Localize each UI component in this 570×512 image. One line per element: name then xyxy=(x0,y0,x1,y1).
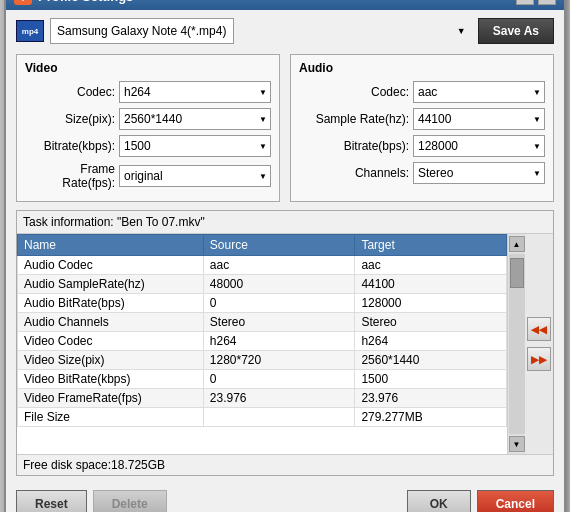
audio-codec-row: Codec: aac xyxy=(299,81,545,103)
profile-icon: mp4 xyxy=(16,20,44,42)
cell-name: Video Codec xyxy=(18,332,204,351)
video-panel-title: Video xyxy=(25,61,271,75)
cell-source: 0 xyxy=(203,370,355,389)
cell-target: h264 xyxy=(355,332,507,351)
video-size-select[interactable]: 2560*1440 xyxy=(119,108,271,130)
window-title: Profile Settings xyxy=(38,0,133,4)
reset-button[interactable]: Reset xyxy=(16,490,87,512)
title-bar: mp4 Profile Settings − ✕ xyxy=(6,0,564,10)
audio-bitrate-label: Bitrate(bps): xyxy=(299,139,409,153)
prev-arrow-button[interactable]: ◀◀ xyxy=(527,317,551,341)
task-section: Task information: "Ben To 07.mkv" Name S… xyxy=(16,210,554,476)
profile-settings-window: mp4 Profile Settings − ✕ mp4 Samsung Gal… xyxy=(4,0,566,512)
audio-samplerate-label: Sample Rate(hz): xyxy=(299,112,409,126)
delete-button[interactable]: Delete xyxy=(93,490,167,512)
audio-samplerate-select[interactable]: 44100 xyxy=(413,108,545,130)
title-bar-left: mp4 Profile Settings xyxy=(14,0,133,5)
col-header-name: Name xyxy=(18,235,204,256)
cell-target: 1500 xyxy=(355,370,507,389)
audio-bitrate-row: Bitrate(bps): 128000 xyxy=(299,135,545,157)
col-header-target: Target xyxy=(355,235,507,256)
panels: Video Codec: h264 Size(pix): 2560*1440 xyxy=(16,54,554,202)
col-header-source: Source xyxy=(203,235,355,256)
video-framerate-label: Frame Rate(fps): xyxy=(25,162,115,190)
cell-target: 128000 xyxy=(355,294,507,313)
task-table-scroll[interactable]: Name Source Target Audio CodecaacaacAudi… xyxy=(17,234,507,454)
content-area: mp4 Samsung Galaxy Note 4(*.mp4) Save As… xyxy=(6,10,564,512)
task-header: Task information: "Ben To 07.mkv" xyxy=(17,211,553,234)
close-button[interactable]: ✕ xyxy=(538,0,556,5)
cell-name: File Size xyxy=(18,408,204,427)
table-row: Video Size(pix)1280*7202560*1440 xyxy=(18,351,507,370)
table-row: Video BitRate(kbps)01500 xyxy=(18,370,507,389)
bottom-right-buttons: OK Cancel xyxy=(407,490,554,512)
ok-button[interactable]: OK xyxy=(407,490,471,512)
video-panel: Video Codec: h264 Size(pix): 2560*1440 xyxy=(16,54,280,202)
video-bitrate-row: Bitrate(kbps): 1500 xyxy=(25,135,271,157)
audio-channels-label: Channels: xyxy=(299,166,409,180)
profile-select[interactable]: Samsung Galaxy Note 4(*.mp4) xyxy=(50,18,234,44)
audio-codec-label: Codec: xyxy=(299,85,409,99)
audio-codec-select[interactable]: aac xyxy=(413,81,545,103)
table-row: Audio Codecaacaac xyxy=(18,256,507,275)
scroll-thumb[interactable] xyxy=(510,258,524,288)
scrollbar[interactable]: ▲ ▼ xyxy=(507,234,525,454)
cell-source: 23.976 xyxy=(203,389,355,408)
table-row: Video Codech264h264 xyxy=(18,332,507,351)
scroll-up-arrow[interactable]: ▲ xyxy=(509,236,525,252)
video-codec-row: Codec: h264 xyxy=(25,81,271,103)
audio-samplerate-row: Sample Rate(hz): 44100 xyxy=(299,108,545,130)
video-size-row: Size(pix): 2560*1440 xyxy=(25,108,271,130)
cell-source: h264 xyxy=(203,332,355,351)
cell-name: Video Size(pix) xyxy=(18,351,204,370)
video-codec-select[interactable]: h264 xyxy=(119,81,271,103)
audio-bitrate-select[interactable]: 128000 xyxy=(413,135,545,157)
video-size-label: Size(pix): xyxy=(25,112,115,126)
bottom-buttons: Reset Delete OK Cancel xyxy=(16,484,554,512)
audio-panel: Audio Codec: aac Sample Rate(hz): 44100 xyxy=(290,54,554,202)
cell-target: 2560*1440 xyxy=(355,351,507,370)
scroll-down-arrow[interactable]: ▼ xyxy=(509,436,525,452)
bottom-left-buttons: Reset Delete xyxy=(16,490,167,512)
cell-source: 48000 xyxy=(203,275,355,294)
audio-channels-row: Channels: Stereo xyxy=(299,162,545,184)
profile-select-wrapper: Samsung Galaxy Note 4(*.mp4) xyxy=(50,18,472,44)
cell-target: aac xyxy=(355,256,507,275)
cancel-button[interactable]: Cancel xyxy=(477,490,554,512)
cell-source: 1280*720 xyxy=(203,351,355,370)
minimize-button[interactable]: − xyxy=(516,0,534,5)
save-as-button[interactable]: Save As xyxy=(478,18,554,44)
task-table: Name Source Target Audio CodecaacaacAudi… xyxy=(17,234,507,427)
cell-name: Audio Codec xyxy=(18,256,204,275)
video-bitrate-label: Bitrate(kbps): xyxy=(25,139,115,153)
cell-name: Audio Channels xyxy=(18,313,204,332)
profile-row: mp4 Samsung Galaxy Note 4(*.mp4) Save As xyxy=(16,18,554,44)
table-row: Audio SampleRate(hz)4800044100 xyxy=(18,275,507,294)
cell-target: 279.277MB xyxy=(355,408,507,427)
video-framerate-row: Frame Rate(fps): original xyxy=(25,162,271,190)
cell-source: 0 xyxy=(203,294,355,313)
table-row: Audio ChannelsStereoStereo xyxy=(18,313,507,332)
video-codec-label: Codec: xyxy=(25,85,115,99)
audio-channels-select[interactable]: Stereo xyxy=(413,162,545,184)
cell-name: Video FrameRate(fps) xyxy=(18,389,204,408)
cell-source xyxy=(203,408,355,427)
next-arrow-button[interactable]: ▶▶ xyxy=(527,347,551,371)
cell-target: 23.976 xyxy=(355,389,507,408)
video-framerate-select[interactable]: original xyxy=(119,165,271,187)
cell-name: Audio SampleRate(hz) xyxy=(18,275,204,294)
scroll-track[interactable] xyxy=(509,254,525,434)
task-table-wrapper: Name Source Target Audio CodecaacaacAudi… xyxy=(17,234,553,454)
cell-source: Stereo xyxy=(203,313,355,332)
table-row: Audio BitRate(bps)0128000 xyxy=(18,294,507,313)
window-icon: mp4 xyxy=(14,0,32,5)
title-controls: − ✕ xyxy=(516,0,556,5)
video-bitrate-select[interactable]: 1500 xyxy=(119,135,271,157)
nav-arrows: ◀◀ ▶▶ xyxy=(525,234,553,454)
table-row: Video FrameRate(fps)23.97623.976 xyxy=(18,389,507,408)
cell-name: Audio BitRate(bps) xyxy=(18,294,204,313)
disk-info: Free disk space:18.725GB xyxy=(17,454,553,475)
cell-target: Stereo xyxy=(355,313,507,332)
cell-name: Video BitRate(kbps) xyxy=(18,370,204,389)
table-row: File Size279.277MB xyxy=(18,408,507,427)
